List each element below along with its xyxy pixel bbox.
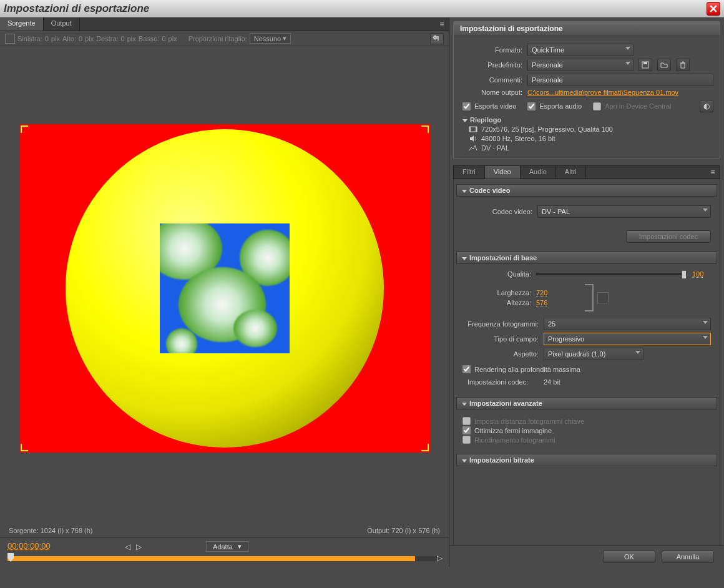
- timeline-track[interactable]: ▷: [7, 556, 441, 561]
- zoom-select[interactable]: Adatta▾: [206, 541, 248, 552]
- optimize-check[interactable]: Ottimizza fermi immagine: [462, 426, 711, 434]
- export-settings-panel: Impostazioni di esportazione Formato: Qu…: [453, 21, 720, 159]
- window-title: Impostazioni di esportazione: [4, 2, 149, 15]
- link-dimensions-icon: [585, 284, 594, 311]
- field-type-select[interactable]: Progressivo: [544, 333, 711, 345]
- reorder-check: Riordinamento fotogrammi: [462, 436, 711, 444]
- format-select[interactable]: QuickTime: [527, 44, 634, 56]
- subtab-menu-icon[interactable]: ≡: [706, 166, 720, 179]
- timeline: 00:00:00:00 ◁ ▷ Adatta▾ ▷: [0, 537, 449, 567]
- advanced-section-header[interactable]: Impostazioni avanzate: [456, 397, 717, 409]
- next-frame-button[interactable]: ▷: [136, 542, 145, 551]
- keyframe-check: Imposta distanza fotogrammi chiave: [462, 417, 711, 425]
- crop-toolbar: Sinistra: 0 pix Alto: 0 pix Destra: 0 pi…: [0, 31, 449, 46]
- device-central-button[interactable]: ◐: [700, 100, 713, 112]
- basic-section-header[interactable]: Impostazioni di base: [456, 252, 717, 264]
- delete-preset-button[interactable]: [676, 59, 690, 71]
- output-dimensions: Output: 720 (l) x 576 (h): [367, 527, 440, 534]
- svg-rect-4: [476, 127, 477, 132]
- bitrate-section-header[interactable]: Impostazioni bitrate: [456, 454, 717, 466]
- settings-subtabs: Filtri Video Audio Altri ≡: [453, 165, 720, 179]
- export-video-check[interactable]: Esporta video: [462, 102, 516, 110]
- trash-icon: [679, 61, 687, 69]
- output-name-label: Nome output:: [460, 89, 522, 96]
- crop-top-val[interactable]: 0: [79, 35, 82, 42]
- crop-top-label: Alto:: [62, 35, 76, 42]
- max-depth-check[interactable]: Rendering alla profondità massima: [462, 365, 711, 373]
- earth-texture: [160, 223, 290, 353]
- output-path-link[interactable]: C:\cors...ultimedia\prove filmati\Sequen…: [527, 89, 678, 96]
- comment-input[interactable]: Personale: [527, 74, 713, 86]
- close-icon: [710, 5, 717, 12]
- comment-label: Commenti:: [460, 76, 522, 84]
- cancel-button[interactable]: Annulla: [662, 551, 714, 563]
- summary-video: 720x576, 25 [fps], Progressivo, Qualità …: [481, 125, 613, 133]
- svg-rect-3: [469, 127, 471, 132]
- export-settings-header: Impostazioni di esportazione: [454, 22, 720, 36]
- preset-select[interactable]: Personale: [527, 59, 634, 71]
- subtab-filtri[interactable]: Filtri: [454, 166, 485, 179]
- prev-frame-button[interactable]: ◁: [125, 542, 134, 551]
- crop-right-label: Destra:: [96, 35, 118, 42]
- codec-select[interactable]: DV - PAL: [537, 205, 711, 218]
- height-input[interactable]: 576: [536, 299, 561, 306]
- constrain-checkbox[interactable]: [597, 292, 609, 303]
- export-audio-check[interactable]: Esporta audio: [527, 102, 582, 110]
- video-icon: [469, 125, 477, 133]
- height-label: Altezza:: [462, 299, 531, 306]
- quality-value[interactable]: 100: [692, 270, 711, 278]
- codec-settings-value: 24 bit: [544, 378, 560, 386]
- video-settings-scroll[interactable]: Codec video Codec video: DV - PAL Impost…: [453, 179, 720, 546]
- crop-bottom-val[interactable]: 0: [162, 35, 165, 42]
- summary-header[interactable]: Riepilogo: [462, 116, 713, 124]
- undo-icon: [433, 35, 441, 42]
- quality-label: Qualità:: [462, 270, 531, 278]
- sphere-graphic: [66, 129, 384, 448]
- crop-ratio-label: Proporzioni ritaglio:: [188, 35, 247, 42]
- crop-right-val[interactable]: 0: [121, 35, 125, 42]
- aspect-select[interactable]: Pixel quadrati (1,0): [544, 348, 643, 360]
- codec-settings-label: Impostazioni codec:: [462, 378, 539, 386]
- fps-label: Frequenza fotogrammi:: [462, 320, 539, 328]
- crop-ratio-select[interactable]: Nessuno ▾: [250, 33, 291, 44]
- codec-label: Codec video:: [462, 208, 532, 215]
- quality-slider[interactable]: [536, 273, 687, 275]
- codec-icon: [469, 144, 477, 152]
- subtab-audio[interactable]: Audio: [521, 166, 556, 179]
- preview-tabs: Sorgente Output ≡: [0, 17, 449, 31]
- save-preset-button[interactable]: [638, 59, 652, 71]
- preview-area: [0, 46, 449, 524]
- width-input[interactable]: 720: [536, 289, 561, 296]
- timecode[interactable]: 00:00:00:00: [7, 541, 51, 551]
- width-label: Larghezza:: [462, 289, 531, 296]
- crop-left-val[interactable]: 0: [45, 35, 49, 42]
- field-label: Tipo di campo:: [462, 335, 539, 343]
- open-device-check: Apri in Device Central: [593, 102, 671, 110]
- crop-icon[interactable]: [5, 34, 15, 44]
- reset-crop-button[interactable]: [430, 33, 444, 44]
- fps-select[interactable]: 25: [544, 318, 711, 330]
- tab-sorgente[interactable]: Sorgente: [0, 17, 44, 31]
- titlebar: Impostazioni di esportazione: [0, 0, 724, 17]
- save-icon: [642, 61, 649, 69]
- import-preset-button[interactable]: [657, 59, 671, 71]
- aspect-label: Aspetto:: [462, 350, 539, 358]
- tab-output[interactable]: Output: [44, 17, 80, 31]
- dialog-footer: OK Annulla: [449, 546, 724, 567]
- close-button[interactable]: [707, 2, 720, 16]
- timeline-end-handle[interactable]: ▷: [437, 554, 443, 562]
- format-label: Formato:: [460, 46, 522, 54]
- codec-settings-button: Impostazioni codec: [626, 230, 711, 243]
- subtab-altri[interactable]: Altri: [556, 166, 586, 179]
- summary-codec: DV - PAL: [481, 144, 509, 152]
- panel-menu-icon[interactable]: ≡: [435, 17, 449, 31]
- svg-rect-1: [643, 62, 647, 64]
- subtab-video[interactable]: Video: [485, 166, 521, 179]
- summary-audio: 48000 Hz, Stereo, 16 bit: [481, 135, 555, 142]
- crop-left-label: Sinistra:: [17, 35, 42, 42]
- audio-icon: [469, 135, 477, 142]
- source-dimensions: Sorgente: 1024 (l) x 768 (h): [9, 527, 93, 534]
- ok-button[interactable]: OK: [603, 551, 655, 563]
- preview-canvas[interactable]: [19, 124, 430, 453]
- codec-section-header[interactable]: Codec video: [456, 184, 717, 197]
